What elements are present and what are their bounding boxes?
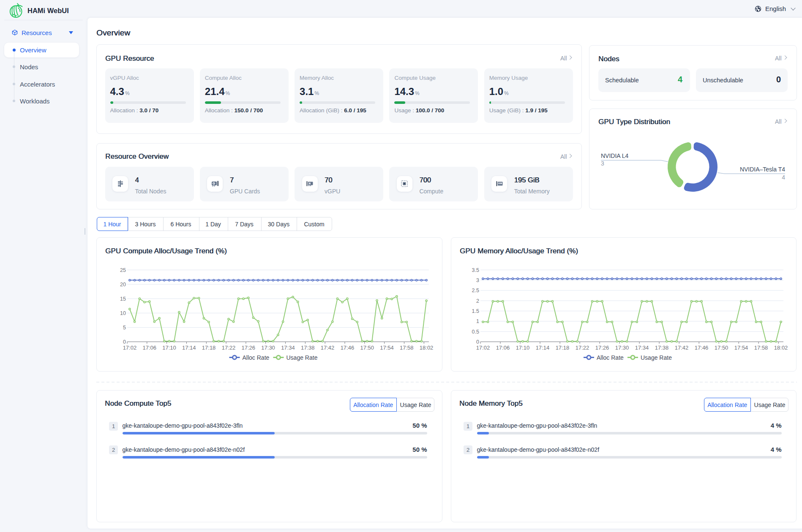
svg-text:17:14: 17:14 [536,345,550,351]
svg-text:17:14: 17:14 [182,345,196,351]
svg-text:17:18: 17:18 [556,345,570,351]
svg-text:NVIDIA–Tesla T4: NVIDIA–Tesla T4 [740,166,785,173]
svg-text:Alloc Rate: Alloc Rate [243,354,270,361]
svg-text:1.5: 1.5 [472,308,479,314]
svg-text:10: 10 [120,310,126,316]
svg-text:17:58: 17:58 [754,345,768,351]
svg-text:17:34: 17:34 [635,345,649,351]
svg-text:18:02: 18:02 [420,345,434,351]
svg-text:17:54: 17:54 [734,345,748,351]
svg-text:15: 15 [120,296,126,302]
svg-text:3: 3 [601,160,604,167]
svg-text:17:38: 17:38 [301,345,315,351]
svg-text:17:54: 17:54 [380,345,394,351]
svg-text:17:42: 17:42 [675,345,689,351]
svg-text:0.5: 0.5 [472,329,479,335]
svg-text:17:22: 17:22 [576,345,589,351]
svg-text:17:34: 17:34 [281,345,295,351]
svg-text:17:50: 17:50 [360,345,374,351]
svg-text:17:06: 17:06 [496,345,510,351]
svg-text:2.5: 2.5 [472,288,479,293]
svg-text:3.5: 3.5 [472,267,479,273]
svg-text:17:18: 17:18 [202,345,216,351]
svg-text:Usage Rate: Usage Rate [641,354,672,361]
svg-text:20: 20 [120,282,126,288]
svg-text:17:22: 17:22 [222,345,236,351]
svg-text:4: 4 [782,174,785,181]
svg-text:2: 2 [476,298,479,304]
svg-text:17:10: 17:10 [162,345,176,351]
svg-text:3: 3 [476,277,479,283]
svg-text:18:02: 18:02 [774,345,788,351]
svg-text:17:50: 17:50 [715,345,728,351]
svg-text:17:30: 17:30 [615,345,629,351]
svg-text:17:58: 17:58 [400,345,414,351]
svg-text:Alloc Rate: Alloc Rate [597,354,624,361]
svg-text:17:10: 17:10 [516,345,530,351]
svg-text:17:30: 17:30 [261,345,275,351]
svg-text:17:42: 17:42 [321,345,335,351]
svg-text:17:38: 17:38 [655,345,669,351]
svg-text:1: 1 [476,318,479,324]
svg-text:Usage Rate: Usage Rate [286,354,318,361]
svg-text:17:26: 17:26 [595,345,609,351]
svg-text:25: 25 [120,267,126,273]
svg-text:17:06: 17:06 [142,345,156,351]
svg-text:17:46: 17:46 [341,345,355,351]
svg-text:17:02: 17:02 [123,345,137,351]
svg-text:17:46: 17:46 [695,345,709,351]
svg-text:17:26: 17:26 [242,345,256,351]
svg-text:17:02: 17:02 [476,345,490,351]
svg-text:NVIDIA L4: NVIDIA L4 [601,152,629,159]
svg-text:5: 5 [123,325,126,331]
